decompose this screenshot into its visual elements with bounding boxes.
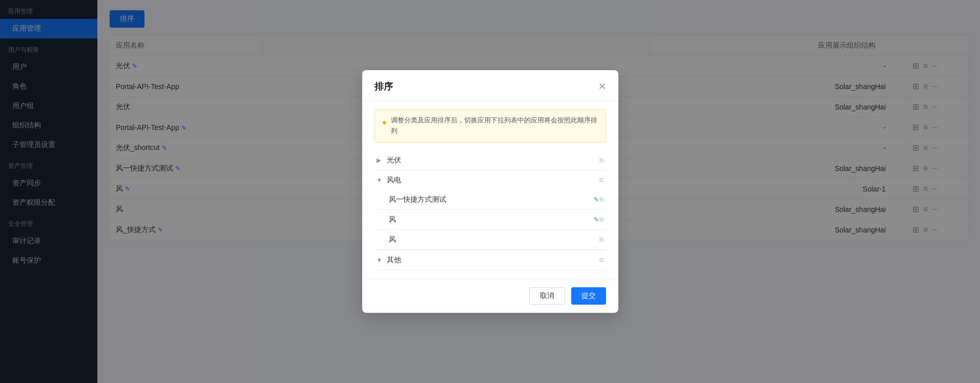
- subitem-fengyikuaijie: 风一快捷方式测试 ✎ ≡: [374, 190, 606, 210]
- modal-header: 排序 ✕: [362, 70, 618, 101]
- category-label-fengdian: 风电: [387, 176, 599, 185]
- modal-close-button[interactable]: ✕: [598, 81, 606, 92]
- category-label-other: 其他: [387, 256, 599, 265]
- subitem-feng2: 风 ≡: [374, 230, 606, 250]
- drag-handle-guangfu[interactable]: ≡: [599, 156, 603, 165]
- notice-text: 调整分类及应用排序后，切换应用下拉列表中的应用将会按照此顺序排列: [391, 115, 598, 137]
- drag-handle-feng1[interactable]: ≡: [599, 215, 603, 224]
- category-label-guangfu: 光伏: [387, 156, 599, 165]
- subrow-feng2: 风 ≡: [374, 230, 606, 249]
- fengdian-sublist: 风一快捷方式测试 ✎ ≡ 风 ✎ ≡: [374, 190, 606, 250]
- category-item-fengdian: ▼ 风电 ≡ 风一快捷方式测试 ✎ ≡: [374, 171, 606, 250]
- edit-icon-fengyikuaijie[interactable]: ✎: [594, 196, 599, 203]
- drag-handle-fengyikuaijie[interactable]: ≡: [599, 195, 603, 204]
- category-row-fengdian[interactable]: ▼ 风电 ≡: [374, 171, 606, 190]
- sort-modal: 排序 ✕ ● 调整分类及应用排序后，切换应用下拉列表中的应用将会按照此顺序排列 …: [362, 70, 618, 313]
- category-row-guangfu[interactable]: ▶ 光伏 ≡: [374, 151, 606, 170]
- modal-body: ● 调整分类及应用排序后，切换应用下拉列表中的应用将会按照此顺序排列 ▶ 光伏 …: [362, 101, 618, 279]
- subitem-feng1: 风 ✎ ≡: [374, 210, 606, 230]
- sort-category-list: ▶ 光伏 ≡ ▼ 风电 ≡: [374, 151, 606, 270]
- arrow-icon-fengdian: ▼: [377, 177, 385, 184]
- main-content: 排序 应用名称 应用展示组织结构 光伏✎- ⊞ ≡ ··· Portal-API…: [97, 0, 980, 383]
- drag-handle-fengdian[interactable]: ≡: [599, 176, 603, 185]
- category-row-other[interactable]: ▼ 其他 ≡: [374, 250, 606, 270]
- arrow-icon-other: ▼: [377, 257, 385, 264]
- subitem-label-feng1: 风: [389, 215, 592, 224]
- subrow-feng1: 风 ✎ ≡: [374, 210, 606, 229]
- modal-overlay: 排序 ✕ ● 调整分类及应用排序后，切换应用下拉列表中的应用将会按照此顺序排列 …: [97, 0, 980, 383]
- sort-notice: ● 调整分类及应用排序后，切换应用下拉列表中的应用将会按照此顺序排列: [374, 110, 606, 142]
- drag-handle-other[interactable]: ≡: [599, 256, 603, 265]
- modal-footer: 取消 提交: [362, 279, 618, 313]
- category-item-guangfu: ▶ 光伏 ≡: [374, 151, 606, 171]
- arrow-icon-guangfu: ▶: [377, 157, 385, 164]
- subitem-label-feng2: 风: [389, 235, 599, 244]
- submit-button[interactable]: 提交: [571, 287, 606, 305]
- modal-title: 排序: [374, 80, 393, 93]
- drag-handle-feng2[interactable]: ≡: [599, 235, 603, 244]
- warning-icon: ●: [382, 116, 387, 129]
- category-item-other: ▼ 其他 ≡: [374, 250, 606, 270]
- subrow-fengyikuaijie: 风一快捷方式测试 ✎ ≡: [374, 190, 606, 209]
- subitem-label-fengyikuaijie: 风一快捷方式测试: [389, 195, 592, 204]
- edit-icon-feng1[interactable]: ✎: [594, 216, 599, 223]
- cancel-button[interactable]: 取消: [529, 287, 565, 305]
